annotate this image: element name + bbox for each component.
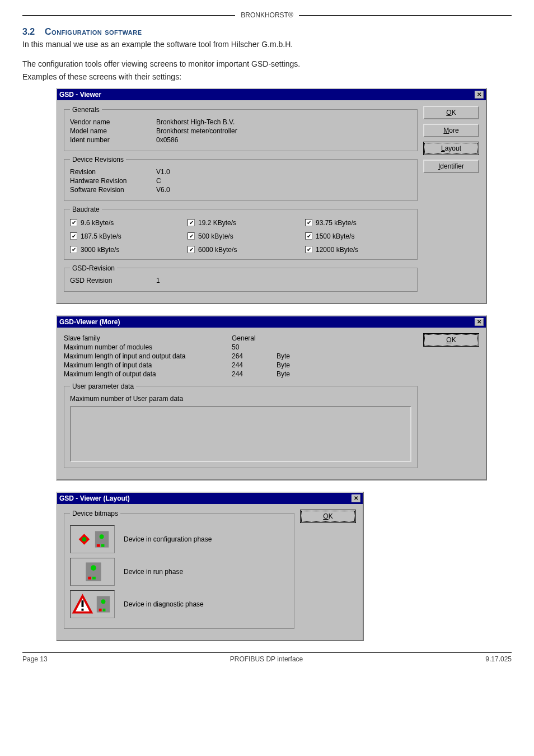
label: Maximum length of input and output data — [64, 352, 232, 360]
group-gsd-revision: GSD-Revision GSD Revision1 — [64, 264, 418, 292]
svg-point-9 — [91, 565, 96, 571]
svg-point-4 — [100, 534, 104, 539]
baudrate-checkbox[interactable]: ✔3000 kByte/s — [70, 246, 176, 254]
rule — [299, 15, 512, 16]
baudrate-checkbox[interactable]: ✔500 kByte/s — [188, 232, 294, 240]
identifier-button[interactable]: Identifier — [423, 160, 479, 173]
device-bitmap-icon — [70, 558, 115, 586]
checkbox-icon: ✔ — [305, 246, 312, 253]
legend: GSD-Revision — [70, 264, 117, 272]
section-number: 3.2 — [22, 27, 35, 36]
bitmap-row: Device in diagnostic phase — [70, 590, 288, 618]
svg-rect-15 — [82, 608, 84, 610]
label: Software Revision — [70, 186, 154, 194]
checkbox-icon: ✔ — [305, 232, 312, 240]
device-bitmap-icon — [70, 525, 115, 553]
svg-rect-18 — [99, 608, 102, 611]
dialog-title: GSD - Viewer — [59, 91, 475, 99]
checkbox-label: 187.5 kByte/s — [81, 232, 121, 240]
group-device-revisions: Device Revisions RevisionV1.0 Hardware R… — [64, 156, 418, 201]
baudrate-checkbox[interactable]: ✔9.6 kByte/s — [70, 219, 176, 227]
value: Bronkhorst High-Tech B.V. — [156, 118, 411, 126]
paragraph: In this manual we use as an example the … — [22, 39, 512, 50]
titlebar: GSD - Viewer ✕ — [57, 89, 486, 100]
value: V1.0 — [156, 168, 411, 176]
section-heading: 3.2 Configuration software — [22, 27, 512, 37]
baudrate-checkbox[interactable]: ✔12000 kByte/s — [305, 246, 411, 254]
user-param-list — [70, 406, 411, 462]
baudrate-checkbox[interactable]: ✔19.2 KByte/s — [188, 219, 294, 227]
group-baudrate: Baudrate ✔9.6 kByte/s✔19.2 KByte/s✔93.75… — [64, 206, 418, 260]
unit — [277, 343, 321, 351]
svg-rect-14 — [82, 600, 84, 607]
legend: Device bitmaps — [70, 510, 120, 517]
value: 244 — [232, 370, 277, 378]
titlebar: GSD - Viewer (Layout) ✕ — [57, 493, 363, 504]
label: GSD Revision — [70, 277, 154, 284]
label: Slave family — [64, 334, 232, 342]
baudrate-checkbox[interactable]: ✔187.5 kByte/s — [70, 232, 176, 240]
baudrate-checkbox[interactable]: ✔93.75 kByte/s — [305, 219, 411, 227]
bitmap-row: Device in run phase — [70, 558, 288, 586]
table-row: Maximum length of input and output data2… — [64, 352, 418, 360]
bitmap-label: Device in diagnostic phase — [124, 600, 204, 608]
checkbox-label: 93.75 kByte/s — [316, 219, 357, 227]
group-device-bitmaps: Device bitmaps Device in configuration p… — [64, 510, 294, 629]
value: General — [232, 334, 277, 342]
table-row: Maximum length of input data244Byte — [64, 361, 418, 369]
svg-rect-19 — [103, 608, 106, 611]
footer-center: PROFIBUS DP interface — [48, 655, 486, 663]
label: Vendor name — [70, 118, 154, 126]
paragraph: The configuration tools offer viewing sc… — [22, 59, 512, 69]
more-button[interactable]: More — [423, 124, 479, 137]
label: Model name — [70, 127, 154, 135]
group-user-parameter-data: User parameter data Maximum number of Us… — [64, 382, 418, 468]
unit: Byte — [277, 370, 321, 378]
close-icon[interactable]: ✕ — [352, 494, 360, 502]
svg-point-17 — [101, 599, 106, 604]
checkbox-label: 3000 kByte/s — [81, 246, 119, 254]
info-table: Slave familyGeneralMaximum number of mod… — [64, 334, 418, 378]
label: Maximum number of User param data — [70, 395, 183, 403]
dialog-gsd-viewer: GSD - Viewer ✕ Generals Vendor nameBronk… — [56, 88, 487, 304]
baudrate-checkbox[interactable]: ✔6000 kByte/s — [188, 246, 294, 254]
label: Hardware Revision — [70, 177, 154, 185]
checkbox-icon: ✔ — [188, 232, 195, 240]
ok-button[interactable]: OK — [423, 333, 479, 347]
svg-rect-10 — [88, 576, 91, 579]
dialog-gsd-viewer-layout: GSD - Viewer (Layout) ✕ Device bitmaps D… — [56, 492, 364, 641]
unit — [277, 334, 321, 342]
layout-button[interactable]: Layout — [423, 142, 479, 155]
value: V6.0 — [156, 186, 411, 194]
ok-button[interactable]: OK — [423, 106, 479, 119]
device-bitmap-icon — [70, 590, 115, 618]
legend: Device Revisions — [70, 156, 126, 164]
checkbox-icon: ✔ — [188, 246, 195, 253]
close-icon[interactable]: ✕ — [475, 318, 484, 326]
checkbox-label: 19.2 KByte/s — [198, 219, 236, 227]
label: Revision — [70, 168, 154, 176]
checkbox-icon: ✔ — [70, 219, 77, 226]
page-footer: Page 13 PROFIBUS DP interface 9.17.025 — [22, 653, 512, 680]
brand-label: BRONKHORST® — [235, 11, 299, 19]
dialog-title: GSD-Viewer (More) — [59, 318, 475, 326]
group-generals: Generals Vendor nameBronkhorst High-Tech… — [64, 106, 418, 151]
value: 0x0586 — [156, 136, 411, 144]
checkbox-icon: ✔ — [188, 219, 195, 226]
close-icon[interactable]: ✕ — [475, 91, 484, 99]
checkbox-label: 500 kByte/s — [198, 232, 233, 240]
svg-rect-5 — [97, 544, 100, 547]
checkbox-label: 1500 kByte/s — [316, 232, 354, 240]
svg-rect-11 — [92, 576, 96, 579]
checkbox-label: 6000 kByte/s — [198, 246, 237, 254]
svg-point-2 — [82, 537, 86, 542]
table-row: Maximum length of output data244Byte — [64, 370, 418, 378]
baudrate-checkbox[interactable]: ✔1500 kByte/s — [305, 232, 411, 240]
ok-button[interactable]: OK — [300, 510, 356, 523]
brand-text: BRONKHORST® — [241, 11, 293, 19]
legend: User parameter data — [70, 382, 136, 390]
svg-rect-6 — [101, 544, 105, 547]
value: 50 — [232, 343, 277, 351]
page-header: BRONKHORST® — [22, 11, 512, 19]
titlebar: GSD-Viewer (More) ✕ — [57, 316, 486, 328]
